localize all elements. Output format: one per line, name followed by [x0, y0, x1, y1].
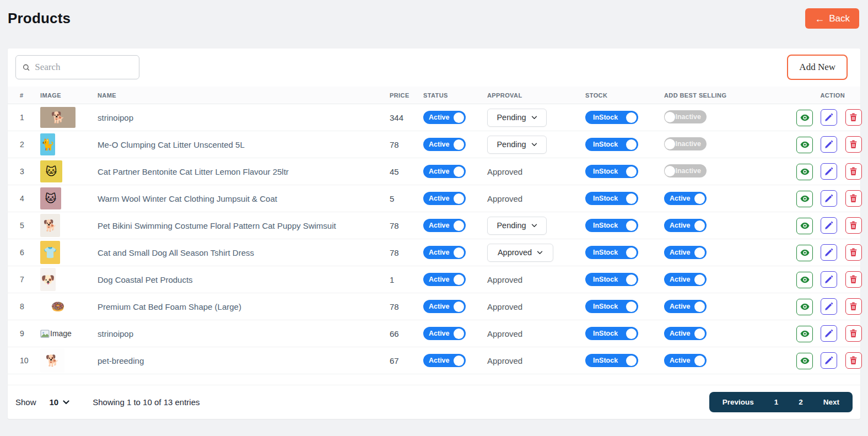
best-selling-toggle[interactable]: Active [664, 273, 707, 286]
search-input[interactable] [35, 62, 132, 73]
status-toggle-label: Active [429, 195, 450, 202]
thumbnail-emoji: 👕 [44, 246, 57, 259]
pagination-next[interactable]: Next [823, 398, 839, 406]
edit-button[interactable] [821, 109, 837, 126]
pagination-previous[interactable]: Previous [723, 398, 754, 406]
status-toggle[interactable]: Active [423, 246, 466, 259]
view-button[interactable] [796, 326, 813, 342]
status-toggle[interactable]: Active [423, 111, 466, 124]
edit-button[interactable] [821, 163, 837, 180]
delete-button[interactable] [845, 298, 862, 315]
status-toggle[interactable]: Active [423, 327, 466, 340]
edit-button[interactable] [821, 352, 837, 369]
stock-toggle[interactable]: InStock [585, 327, 638, 340]
best-selling-toggle[interactable]: Active [664, 219, 707, 232]
delete-button[interactable] [845, 190, 862, 207]
view-button[interactable] [796, 353, 813, 369]
toolbar: Add New [8, 49, 860, 87]
stock-toggle[interactable]: InStock [585, 354, 638, 367]
view-button[interactable] [796, 164, 813, 180]
approval-select[interactable]: Pending [487, 109, 547, 127]
delete-button[interactable] [845, 352, 862, 369]
stock-toggle[interactable]: InStock [585, 300, 638, 313]
status-toggle[interactable]: Active [423, 354, 466, 367]
stock-toggle[interactable]: InStock [585, 273, 638, 286]
best-selling-toggle[interactable]: Active [664, 246, 707, 259]
status-toggle[interactable]: Active [423, 273, 466, 286]
best-selling-toggle[interactable]: Active [664, 327, 707, 340]
approval-select-value: Pending [497, 113, 526, 122]
product-price: 67 [390, 347, 423, 374]
best-selling-toggle[interactable]: Inactive [664, 137, 707, 150]
toggle-knob [454, 112, 464, 123]
pencil-icon [825, 357, 833, 364]
delete-button[interactable] [845, 136, 862, 153]
page-size-select[interactable]: 10 [50, 397, 70, 407]
approval-text: Approved [487, 167, 522, 176]
view-button[interactable] [796, 110, 813, 126]
edit-button[interactable] [821, 217, 837, 234]
view-button[interactable] [796, 272, 813, 288]
approval-select[interactable]: Approved [487, 244, 553, 262]
delete-button[interactable] [845, 271, 862, 288]
delete-button[interactable] [845, 217, 862, 234]
stock-toggle[interactable]: InStock [585, 192, 638, 205]
edit-button[interactable] [821, 325, 837, 342]
view-button[interactable] [796, 137, 813, 153]
best-selling-toggle[interactable]: Active [664, 192, 707, 205]
edit-button[interactable] [821, 298, 837, 315]
pencil-icon [825, 303, 833, 310]
view-button[interactable] [796, 191, 813, 207]
stock-toggle[interactable]: InStock [585, 219, 638, 232]
delete-button[interactable] [845, 325, 862, 342]
status-toggle-label: Active [429, 168, 450, 175]
pagination-page-2[interactable]: 2 [799, 398, 803, 406]
col-header-name: NAME [98, 87, 390, 104]
pagination-page-1[interactable]: 1 [774, 398, 779, 406]
status-toggle-label: Active [429, 141, 450, 148]
search-box[interactable] [15, 55, 139, 79]
approval-text: Approved [487, 329, 522, 338]
col-header-image: IMAGE [40, 87, 98, 104]
edit-button[interactable] [821, 244, 837, 261]
best-selling-toggle-label: Active [670, 195, 691, 202]
product-thumbnail: 🐕 [40, 107, 76, 128]
best-selling-toggle[interactable]: Inactive [664, 110, 707, 123]
edit-button[interactable] [821, 190, 837, 207]
approval-select[interactable]: Pending [487, 217, 547, 235]
pencil-icon [825, 330, 833, 337]
status-toggle[interactable]: Active [423, 138, 466, 151]
toggle-knob [626, 166, 637, 177]
approval-select-value: Approved [498, 248, 532, 257]
status-toggle[interactable]: Active [423, 165, 466, 178]
broken-image-icon [40, 330, 50, 338]
toggle-knob [626, 274, 637, 285]
status-toggle[interactable]: Active [423, 219, 466, 232]
entries-summary: Showing 1 to 10 of 13 entries [93, 397, 200, 407]
view-button[interactable] [796, 218, 813, 234]
stock-toggle[interactable]: InStock [585, 111, 638, 124]
approval-select[interactable]: Pending [487, 136, 547, 154]
best-selling-toggle[interactable]: Inactive [664, 164, 707, 177]
view-button[interactable] [796, 245, 813, 261]
top-bar: Products ← Back [0, 0, 868, 49]
edit-button[interactable] [821, 136, 837, 153]
toggle-knob [454, 139, 464, 150]
stock-toggle[interactable]: InStock [585, 138, 638, 151]
view-button[interactable] [796, 299, 813, 315]
edit-button[interactable] [821, 271, 837, 288]
add-new-button[interactable]: Add New [787, 55, 848, 80]
back-button[interactable]: ← Back [805, 8, 859, 29]
eye-icon [800, 222, 810, 229]
stock-toggle[interactable]: InStock [585, 246, 638, 259]
stock-toggle[interactable]: InStock [585, 165, 638, 178]
best-selling-toggle[interactable]: Active [664, 300, 707, 313]
status-toggle[interactable]: Active [423, 192, 466, 205]
delete-button[interactable] [845, 109, 862, 126]
delete-button[interactable] [845, 244, 862, 261]
status-toggle[interactable]: Active [423, 300, 466, 313]
best-selling-toggle[interactable]: Active [664, 354, 707, 367]
chevron-down-icon [531, 116, 537, 120]
delete-button[interactable] [845, 163, 862, 180]
trash-icon [850, 113, 857, 121]
